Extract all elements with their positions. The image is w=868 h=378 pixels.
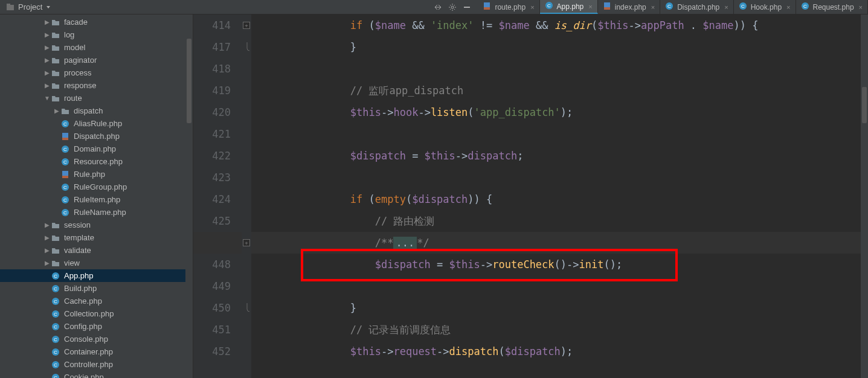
tree-item-label: facade [64,18,88,27]
tree-item-Console-php[interactable]: CConsole.php [0,333,193,345]
tab-label: route.php [495,3,526,11]
tree-item-AliasRule-php[interactable]: CAliasRule.php [0,117,193,130]
tree-item-label: RuleItem.php [74,195,120,204]
tree-item-App-php[interactable]: CApp.php [0,269,193,282]
tree-item-label: RuleName.php [74,208,126,217]
tree-item-Controller-php[interactable]: CController.php [0,358,193,371]
tree-item-label: dispatch [74,106,103,115]
minimize-icon[interactable] [460,3,474,11]
file-icon: C [60,157,70,167]
chevron-down-icon [46,5,51,10]
line-number: 450 [193,297,231,319]
folder-icon [51,81,60,91]
tree-item-Container-php[interactable]: CContainer.php [0,345,193,358]
svg-text:C: C [63,197,67,203]
tree-item-Collection-php[interactable]: CCollection.php [0,307,193,320]
tab-App-php[interactable]: CApp.php× [540,0,598,14]
svg-rect-25 [62,176,68,178]
tree-item-RuleName-php[interactable]: CRuleName.php [0,206,193,219]
close-icon[interactable]: × [786,4,790,11]
file-icon: C [60,119,70,129]
gear-icon[interactable] [445,3,460,11]
tree-item-label: Collection.php [64,309,114,318]
fold-expand-icon[interactable]: + [243,22,250,29]
fold-expand-icon[interactable]: + [243,239,250,246]
tree-item-label: validate [64,246,91,255]
tree-item-process[interactable]: ▶process [0,66,193,79]
line-number: 451 [193,319,231,341]
chevron-right-icon: ▶ [43,57,51,63]
tree-item-log[interactable]: ▶log [0,28,193,41]
close-icon[interactable]: × [588,3,592,10]
tree-item-RuleGroup-php[interactable]: CRuleGroup.php [0,181,193,193]
svg-text:C: C [54,362,57,368]
tree-item-response[interactable]: ▶response [0,79,193,92]
sidebar-scrollbar[interactable] [185,14,193,378]
tree-item-Dispatch-php[interactable]: Dispatch.php [0,130,193,143]
chevron-right-icon: ▶ [43,260,51,266]
collapse-icon[interactable] [431,3,445,11]
chevron-right-icon: ▶ [43,19,51,25]
tree-item-Build-php[interactable]: CBuild.php [0,282,193,295]
line-number: 448 [193,254,231,275]
close-icon[interactable]: × [530,4,534,11]
chevron-right-icon: ▶ [43,44,51,51]
project-tree[interactable]: ▶facade▶log▶model▶paginator▶process▶resp… [0,14,193,378]
chevron-right-icon: ▶ [53,107,60,114]
tab-Hook-php[interactable]: CHook.php× [734,0,796,14]
tree-item-Domain-php[interactable]: CDomain.php [0,143,193,155]
tab-Request-php[interactable]: CRequest.php× [796,0,869,14]
svg-rect-5 [484,7,490,10]
close-icon[interactable]: × [859,4,863,11]
tree-item-Cache-php[interactable]: CCache.php [0,295,193,307]
tree-item-label: Console.php [64,335,108,344]
file-icon: C [51,284,60,293]
file-icon: C [51,373,60,379]
line-number: 420 [193,101,231,123]
code-editor[interactable]: 4144174184194204214224234244254264484494… [193,14,868,378]
folder-icon [51,18,60,27]
file-icon: C [60,144,70,154]
tab-label: index.php [615,3,646,11]
svg-rect-3 [464,7,470,8]
folder-icon [51,43,60,53]
tab-Dispatch-php[interactable]: CDispatch.php× [660,0,733,14]
folder-icon [51,220,60,230]
fold-column[interactable]: ++ [242,14,251,378]
svg-text:C: C [63,121,67,127]
tree-item-label: Build.php [64,284,97,293]
tree-item-route[interactable]: ▼route [0,92,193,104]
tree-item-dispatch[interactable]: ▶dispatch [0,104,193,117]
tab-index-php[interactable]: index.php× [598,0,660,14]
tree-item-facade[interactable]: ▶facade [0,16,193,28]
file-icon: C [51,296,60,306]
tree-item-label: view [64,258,80,267]
svg-text:C: C [54,312,57,317]
svg-text:C: C [63,159,67,165]
tree-item-template[interactable]: ▶template [0,231,193,244]
tree-item-Resource-php[interactable]: CResource.php [0,155,193,168]
close-icon[interactable]: × [724,4,728,11]
tab-route-php[interactable]: route.php× [478,0,539,14]
close-icon[interactable]: × [651,4,655,11]
tree-item-Rule-php[interactable]: Rule.php [0,168,193,181]
svg-text:C: C [54,299,57,304]
project-icon [6,3,14,11]
tree-item-Cookie-php[interactable]: CCookie.php [0,371,193,378]
tree-item-model[interactable]: ▶model [0,41,193,54]
tree-item-paginator[interactable]: ▶paginator [0,54,193,66]
chevron-right-icon: ▶ [43,31,51,38]
line-number: 419 [193,80,231,101]
file-icon [603,2,611,12]
line-number: 417 [193,36,231,58]
project-dropdown[interactable]: Project [0,0,57,14]
file-icon: C [51,360,60,370]
folder-icon [51,56,60,65]
tree-item-validate[interactable]: ▶validate [0,244,193,257]
tree-item-RuleItem-php[interactable]: CRuleItem.php [0,193,193,206]
svg-rect-19 [62,138,68,140]
tree-item-Config-php[interactable]: CConfig.php [0,320,193,333]
tree-item-session[interactable]: ▶session [0,219,193,231]
tree-item-view[interactable]: ▶view [0,257,193,269]
editor-scrollbar[interactable] [861,14,868,378]
